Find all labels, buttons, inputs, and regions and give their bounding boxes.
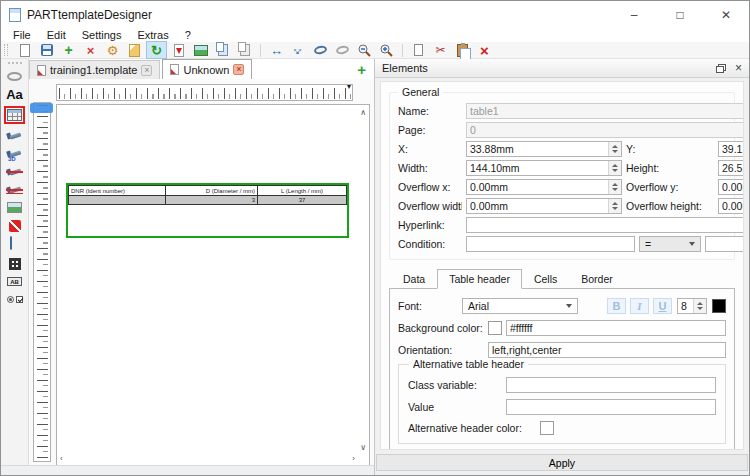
screw-tool-icon[interactable] (6, 129, 23, 142)
spinner-arrows-icon[interactable] (693, 299, 706, 313)
menu-file[interactable]: File (5, 29, 39, 41)
x-stepper[interactable] (466, 141, 622, 157)
zoom-out-icon[interactable] (355, 42, 374, 58)
zoom-in-icon[interactable] (377, 42, 396, 58)
height-field[interactable] (719, 161, 744, 175)
spinner-arrows-icon[interactable] (608, 199, 621, 213)
x-field[interactable] (467, 142, 608, 156)
refresh-icon[interactable]: ↻ (147, 42, 166, 58)
font-size-field[interactable] (678, 299, 693, 313)
fit-width-icon[interactable]: ↔ (267, 42, 286, 58)
name-field[interactable] (466, 103, 744, 119)
image-tool-icon[interactable] (7, 201, 22, 214)
background-color-field[interactable] (506, 320, 726, 336)
close-tab-icon[interactable]: × (141, 65, 152, 76)
image-export-icon[interactable] (191, 42, 210, 58)
menu-help[interactable]: ? (177, 29, 199, 41)
y-field[interactable] (719, 142, 744, 156)
menu-edit[interactable]: Edit (39, 29, 74, 41)
template-page-canvas[interactable]: ∧ ∨ ‹ › DNR (Ident number) D (Diameter /… (56, 104, 370, 466)
fit-screen-icon[interactable]: ↔↔ (289, 42, 308, 58)
close-tab-icon[interactable]: × (233, 64, 244, 75)
add-element-icon[interactable]: + (59, 42, 78, 58)
italic-button[interactable]: I (630, 298, 649, 314)
overflow-height-field[interactable] (719, 199, 744, 213)
settings-gear-icon[interactable]: ⚙ (103, 42, 122, 58)
tab-border[interactable]: Border (569, 269, 625, 289)
value-field[interactable] (506, 399, 716, 415)
scroll-right-icon[interactable]: › (352, 455, 355, 463)
tab-training1-template[interactable]: training1.template × (29, 60, 160, 79)
font-dropdown[interactable]: Arial (462, 298, 578, 314)
y-stepper[interactable] (718, 141, 744, 157)
alternative-header-color-swatch[interactable] (540, 421, 554, 435)
orientation-field[interactable] (488, 342, 726, 358)
copy-page-icon[interactable] (409, 42, 428, 58)
copy-icon[interactable] (213, 42, 232, 58)
pin-tool-icon[interactable] (10, 237, 20, 252)
minimize-icon[interactable]: – (611, 1, 657, 28)
form-controls-tool-icon[interactable] (7, 293, 23, 306)
selected-table-element[interactable]: DNR (Ident number) D (Diameter / mm) L (… (66, 183, 349, 238)
qrcode-tool-icon[interactable] (9, 257, 21, 270)
width-stepper[interactable] (466, 160, 622, 176)
tab-table-header[interactable]: Table header (437, 269, 522, 289)
text-field-tool-icon[interactable]: AB (7, 275, 22, 288)
paste-icon[interactable] (453, 42, 472, 58)
overflow-y-field[interactable] (719, 180, 744, 194)
close-icon[interactable]: ✕ (703, 1, 749, 28)
overflow-height-stepper[interactable] (718, 198, 744, 214)
background-color-swatch[interactable] (488, 321, 502, 335)
add-tab-icon[interactable]: + (357, 62, 366, 77)
bold-button[interactable]: B (607, 298, 626, 314)
height-stepper[interactable] (718, 160, 744, 176)
overflow-width-field[interactable] (467, 199, 608, 213)
freehand-select-icon[interactable] (311, 42, 330, 58)
tab-data[interactable]: Data (391, 269, 437, 289)
float-panel-icon[interactable] (716, 64, 726, 73)
scroll-left-icon[interactable]: ‹ (60, 455, 63, 463)
dimension-alt-tool-icon[interactable] (6, 183, 23, 196)
spinner-arrows-icon[interactable] (608, 180, 621, 194)
text-tool-icon[interactable]: Aa (6, 88, 23, 101)
page-stepper[interactable] (466, 122, 744, 138)
page-field[interactable] (467, 123, 744, 137)
shape-tool-icon[interactable] (7, 70, 22, 83)
overflow-x-stepper[interactable] (466, 179, 622, 195)
template-page-icon[interactable] (125, 42, 144, 58)
condition-operator-dropdown[interactable]: = (639, 236, 701, 252)
cut-icon[interactable]: ✂ (431, 42, 450, 58)
sketch-tool-icon[interactable] (9, 219, 21, 232)
close-panel-icon[interactable]: × (735, 62, 742, 74)
tab-cells[interactable]: Cells (522, 269, 569, 289)
maximize-icon[interactable]: □ (657, 1, 703, 28)
condition-left-field[interactable] (466, 236, 635, 252)
dimension-tool-icon[interactable] (6, 165, 23, 178)
class-variable-field[interactable] (506, 377, 716, 393)
spinner-arrows-icon[interactable] (608, 142, 621, 156)
copy-disabled-icon[interactable] (235, 42, 254, 58)
tab-unknown[interactable]: Unknown × (162, 59, 252, 79)
scroll-up-icon[interactable]: ∧ (360, 109, 366, 117)
hyperlink-field[interactable] (466, 217, 744, 233)
table-tool-icon[interactable] (4, 106, 25, 124)
overflow-x-field[interactable] (467, 180, 608, 194)
font-size-stepper[interactable] (677, 298, 707, 314)
scroll-down-icon[interactable]: ∨ (360, 444, 366, 452)
overflow-width-stepper[interactable] (466, 198, 622, 214)
underline-button[interactable]: U (653, 298, 672, 314)
remove-element-icon[interactable]: × (81, 42, 100, 58)
new-document-icon[interactable] (15, 42, 34, 58)
spinner-arrows-icon[interactable] (608, 161, 621, 175)
save-icon[interactable] (37, 42, 56, 58)
apply-button[interactable]: Apply (376, 454, 748, 471)
ruler-origin-marker[interactable] (30, 103, 53, 113)
font-color-swatch[interactable] (712, 299, 726, 313)
sidebar-grip[interactable] (8, 62, 22, 65)
menu-settings[interactable]: Settings (74, 29, 130, 41)
screw-3d-tool-icon[interactable]: 3D (6, 147, 23, 160)
pdf-export-icon[interactable] (169, 42, 188, 58)
toolbar-grip[interactable] (4, 44, 8, 56)
width-field[interactable] (467, 161, 608, 175)
menu-extras[interactable]: Extras (129, 29, 176, 41)
